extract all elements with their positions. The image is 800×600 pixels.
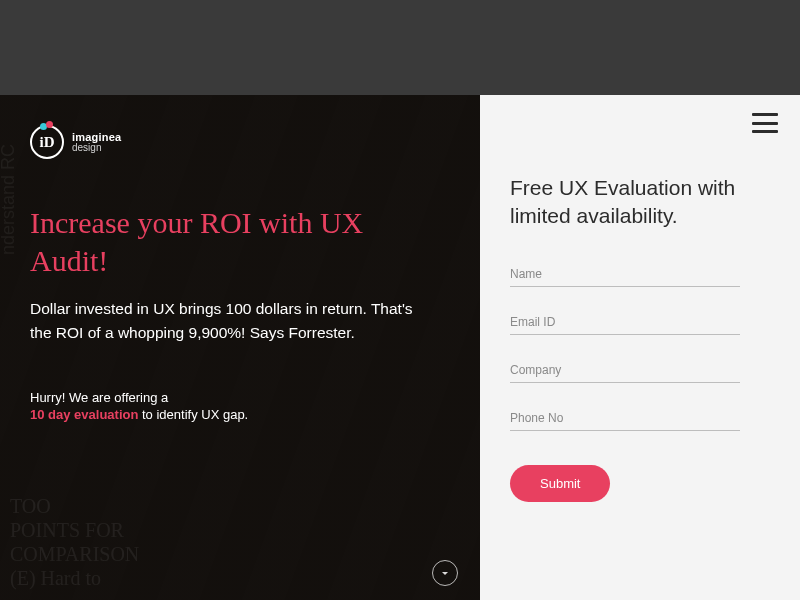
field-email [510, 309, 770, 335]
menu-button[interactable] [752, 113, 778, 133]
brand-logo[interactable]: iD imaginea design [30, 125, 450, 159]
page-root: nderstand RC TOO POINTS FOR COMPARISON (… [0, 0, 800, 600]
offer-line: 10 day evaluation to identify UX gap. [30, 407, 450, 422]
logo-text: imaginea design [72, 132, 121, 153]
form-panel: Free UX Evaluation with limited availabi… [480, 95, 800, 600]
bg-side-text: nderstand RC [0, 144, 19, 255]
field-name [510, 261, 770, 287]
company-input[interactable] [510, 357, 740, 383]
scroll-down-button[interactable] [432, 560, 458, 586]
content-row: nderstand RC TOO POINTS FOR COMPARISON (… [0, 95, 800, 600]
logo-mark: iD [30, 125, 64, 159]
hamburger-icon [752, 113, 778, 116]
offer-highlight: 10 day evaluation [30, 407, 138, 422]
offer-rest: to identify UX gap. [138, 407, 248, 422]
offer-intro: Hurry! We are offering a [30, 390, 450, 405]
form-title: Free UX Evaluation with limited availabi… [510, 174, 770, 231]
field-company [510, 357, 770, 383]
brand-sub: design [72, 143, 121, 153]
name-input[interactable] [510, 261, 740, 287]
hero-panel: nderstand RC TOO POINTS FOR COMPARISON (… [0, 95, 480, 600]
phone-input[interactable] [510, 405, 740, 431]
hero-subhead: Dollar invested in UX brings 100 dollars… [30, 297, 430, 345]
bg-sketch-text: TOO POINTS FOR COMPARISON (E) Hard to [10, 494, 139, 590]
brand-name: imaginea [72, 132, 121, 143]
field-phone [510, 405, 770, 431]
hero-headline: Increase your ROI with UX Audit! [30, 204, 390, 279]
letterbox-top [0, 0, 800, 95]
submit-button[interactable]: Submit [510, 465, 610, 502]
logo-mark-text: iD [40, 134, 55, 151]
arrow-down-icon [439, 567, 451, 579]
email-input[interactable] [510, 309, 740, 335]
